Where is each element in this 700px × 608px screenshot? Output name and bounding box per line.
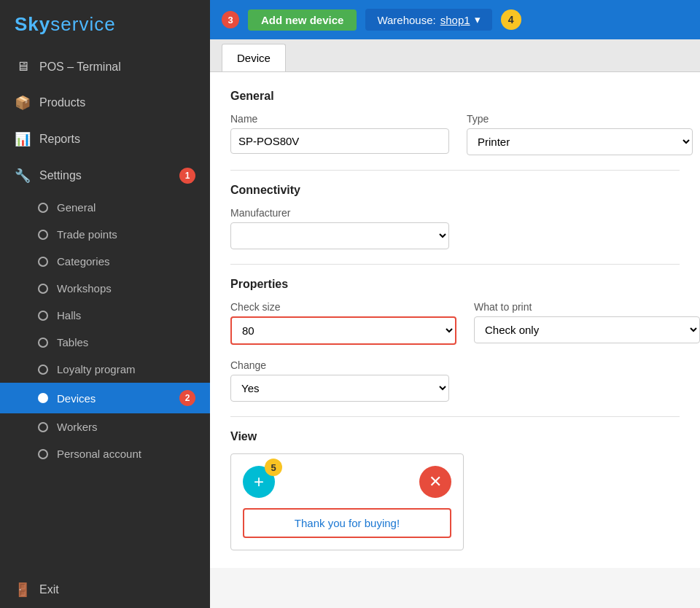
sidebar-sub-tables[interactable]: Tables [0, 329, 210, 356]
type-select[interactable]: Printer Scanner Display [467, 128, 693, 155]
sidebar-sub-label: Tables [57, 336, 88, 348]
type-label: Type [467, 113, 693, 125]
name-label: Name [230, 113, 449, 125]
sidebar: Skyservice 🖥 POS – Terminal 📦 Products 📊… [0, 0, 210, 608]
products-icon: 📦 [15, 95, 31, 111]
sub-bullet [38, 422, 48, 432]
view-box: + 5 ✕ Thank you for buying! [230, 453, 464, 550]
change-label: Change [230, 359, 449, 371]
sidebar-sub-devices[interactable]: Devices 2 [0, 383, 210, 413]
x-icon: ✕ [429, 472, 442, 491]
main-area: 3 Add new device Warehouse: shop1 ▾ 4 De… [210, 0, 700, 608]
logo-sky: Sky [15, 13, 50, 35]
sidebar-item-settings[interactable]: 🔧 Settings 1 [0, 157, 210, 194]
sidebar-sub-workers[interactable]: Workers [0, 413, 210, 440]
warehouse-link[interactable]: shop1 [440, 14, 470, 26]
sidebar-sub-label: Loyalty program [57, 363, 136, 375]
sidebar-sub-general[interactable]: General [0, 194, 210, 221]
sidebar-sub-workshops[interactable]: Workshops [0, 275, 210, 302]
sidebar-sub-loyalty-program[interactable]: Loyalty program [0, 356, 210, 383]
sub-bullet [38, 393, 48, 403]
sub-bullet [38, 365, 48, 375]
sidebar-item-products[interactable]: 📦 Products [0, 85, 210, 121]
remove-view-item-button[interactable]: ✕ [419, 466, 451, 498]
change-select[interactable]: Yes No [230, 375, 449, 402]
sidebar-sub-label: Personal account [57, 448, 141, 460]
general-row: Name Type Printer Scanner Display [230, 113, 680, 155]
sidebar-item-exit[interactable]: 🚪 Exit [0, 572, 210, 608]
sub-bullet [38, 230, 48, 240]
sidebar-item-label: Settings [39, 169, 82, 182]
checksize-label: Check size [230, 301, 456, 313]
logo: Skyservice [0, 0, 210, 49]
sidebar-item-label: Products [39, 96, 85, 109]
sidebar-sub-label: Workshops [57, 282, 112, 295]
whattoprint-label: What to print [474, 301, 700, 313]
general-section-title: General [230, 90, 680, 103]
view-text: Thank you for buying! [243, 508, 451, 538]
view-buttons: + 5 ✕ [243, 466, 451, 498]
warehouse-label: Warehouse: [377, 14, 435, 26]
exit-icon: 🚪 [15, 582, 31, 598]
name-group: Name [230, 113, 449, 155]
sidebar-sub-label: Workers [57, 421, 98, 433]
sub-bullet [38, 257, 48, 267]
sub-bullet [38, 284, 48, 294]
manufacturer-select[interactable] [230, 222, 449, 249]
sub-bullet [38, 203, 48, 213]
device-form: General Name Type Printer Scanner Displa… [210, 72, 700, 568]
sidebar-sub-label: Categories [57, 255, 110, 268]
add-device-button[interactable]: Add new device [248, 9, 357, 31]
content-area: Device General Name Type Printer Scanner… [210, 39, 700, 608]
properties-section-title: Properties [230, 278, 680, 291]
type-group: Type Printer Scanner Display [467, 113, 693, 155]
sub-bullet [38, 311, 48, 321]
manufacturer-group: Manufacturer [230, 207, 449, 249]
exit-label: Exit [39, 583, 59, 596]
topbar: 3 Add new device Warehouse: shop1 ▾ 4 [210, 0, 700, 39]
sidebar-sub-trade-points[interactable]: Trade points [0, 221, 210, 248]
sidebar-sub-categories[interactable]: Categories [0, 248, 210, 275]
warehouse-selector[interactable]: Warehouse: shop1 ▾ [365, 9, 491, 31]
pos-terminal-icon: 🖥 [15, 59, 31, 74]
settings-badge: 1 [179, 168, 195, 184]
sidebar-sub-label: Devices [57, 392, 96, 405]
sidebar-sub-halls[interactable]: Halls [0, 302, 210, 329]
name-input[interactable] [230, 128, 449, 154]
checksize-group: Check size 58 80 [230, 301, 456, 345]
change-row: Change Yes No [230, 359, 680, 402]
add-view-item-button[interactable]: + 5 [243, 466, 275, 498]
connectivity-section-title: Connectivity [230, 184, 680, 197]
sidebar-item-pos-terminal[interactable]: 🖥 POS – Terminal [0, 49, 210, 85]
sidebar-sub-label: Halls [57, 309, 81, 321]
sidebar-item-reports[interactable]: 📊 Reports [0, 121, 210, 157]
tab-device[interactable]: Device [222, 44, 286, 71]
whattoprint-group: What to print Check only Check onN All [474, 301, 700, 345]
manufacturer-label: Manufacturer [230, 207, 449, 219]
sub-bullet [38, 449, 48, 459]
sidebar-item-label: POS – Terminal [39, 61, 121, 74]
sidebar-item-label: Reports [39, 133, 80, 146]
plus-icon: + [254, 472, 264, 492]
settings-icon: 🔧 [15, 168, 31, 184]
step4-badge: 4 [501, 9, 521, 30]
chevron-down-icon: ▾ [475, 13, 481, 26]
sidebar-sub-label: Trade points [57, 228, 117, 241]
sub-bullet [38, 338, 48, 348]
sidebar-sub-label: General [57, 201, 96, 214]
sidebar-sub-personal-account[interactable]: Personal account [0, 440, 210, 467]
checksize-select[interactable]: 58 80 [230, 316, 456, 345]
step3-badge: 3 [222, 11, 239, 28]
logo-service: service [50, 13, 115, 35]
tab-bar: Device [210, 39, 700, 72]
whattoprint-select[interactable]: Check only Check onN All [474, 316, 700, 343]
connectivity-row: Manufacturer [230, 207, 680, 249]
devices-badge: 2 [179, 390, 195, 406]
reports-icon: 📊 [15, 131, 31, 147]
change-group: Change Yes No [230, 359, 449, 402]
view-section-title: View [230, 430, 680, 443]
properties-row: Check size 58 80 What to print Check onl… [230, 301, 680, 345]
step5-badge: 5 [265, 459, 282, 476]
